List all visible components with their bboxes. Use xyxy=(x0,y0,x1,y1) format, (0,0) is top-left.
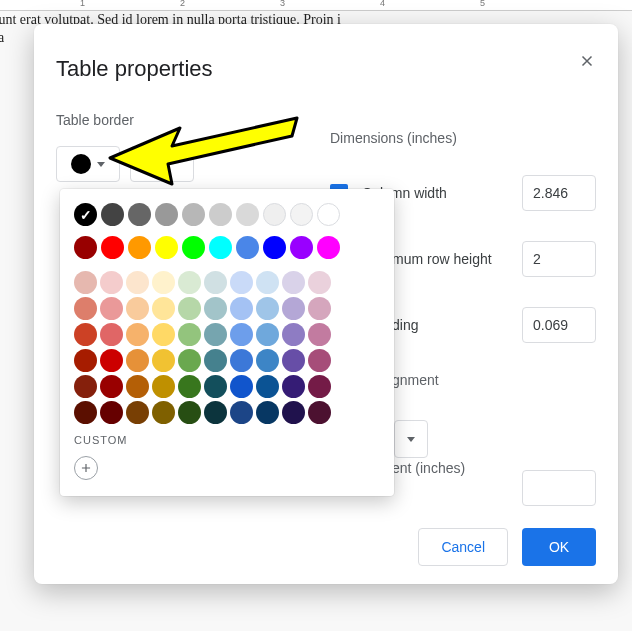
color-swatch[interactable] xyxy=(282,297,305,320)
color-swatch[interactable] xyxy=(128,203,151,226)
color-swatch[interactable] xyxy=(126,349,149,372)
color-swatch[interactable] xyxy=(128,236,151,259)
color-swatch[interactable] xyxy=(282,401,305,424)
color-swatch[interactable] xyxy=(178,349,201,372)
color-swatch[interactable] xyxy=(317,203,340,226)
custom-label: CUSTOM xyxy=(74,434,380,446)
indent-input[interactable] xyxy=(522,470,596,506)
add-custom-color-button[interactable] xyxy=(74,456,98,480)
row-height-input[interactable] xyxy=(522,241,596,277)
color-swatch[interactable] xyxy=(74,271,97,294)
color-swatch[interactable] xyxy=(178,323,201,346)
color-swatch[interactable] xyxy=(230,375,253,398)
color-swatch[interactable] xyxy=(152,349,175,372)
color-swatch[interactable] xyxy=(204,375,227,398)
color-swatch[interactable] xyxy=(178,401,201,424)
color-swatch[interactable] xyxy=(100,349,123,372)
color-swatch[interactable] xyxy=(290,236,313,259)
color-swatch[interactable] xyxy=(256,323,279,346)
color-swatch[interactable] xyxy=(100,401,123,424)
color-swatch[interactable] xyxy=(282,375,305,398)
color-swatch[interactable] xyxy=(126,323,149,346)
color-swatch[interactable] xyxy=(152,401,175,424)
color-swatch[interactable] xyxy=(204,297,227,320)
color-swatch[interactable] xyxy=(178,375,201,398)
color-swatch[interactable] xyxy=(182,236,205,259)
color-swatch[interactable] xyxy=(182,203,205,226)
color-swatch[interactable] xyxy=(308,375,331,398)
color-swatch[interactable] xyxy=(282,323,305,346)
color-swatch[interactable] xyxy=(308,297,331,320)
color-swatch[interactable] xyxy=(74,236,97,259)
color-swatch[interactable] xyxy=(204,271,227,294)
border-width-dropdown[interactable] xyxy=(130,146,194,182)
color-swatch[interactable] xyxy=(256,349,279,372)
color-swatch[interactable] xyxy=(74,203,97,226)
color-swatch[interactable] xyxy=(204,323,227,346)
color-swatch[interactable] xyxy=(282,349,305,372)
current-border-color-swatch xyxy=(71,154,91,174)
color-swatch[interactable] xyxy=(100,271,123,294)
color-swatch[interactable] xyxy=(126,297,149,320)
cancel-button[interactable]: Cancel xyxy=(418,528,508,566)
color-swatch[interactable] xyxy=(101,236,124,259)
color-swatch[interactable] xyxy=(152,271,175,294)
color-swatch[interactable] xyxy=(126,375,149,398)
color-swatch[interactable] xyxy=(74,323,97,346)
color-swatch[interactable] xyxy=(178,297,201,320)
chevron-down-icon xyxy=(407,437,415,442)
cell-padding-input[interactable] xyxy=(522,307,596,343)
color-swatch[interactable] xyxy=(74,375,97,398)
color-swatch[interactable] xyxy=(256,271,279,294)
color-swatch[interactable] xyxy=(155,236,178,259)
border-color-dropdown[interactable] xyxy=(56,146,120,182)
color-swatch[interactable] xyxy=(230,297,253,320)
ok-button[interactable]: OK xyxy=(522,528,596,566)
color-swatch[interactable] xyxy=(256,401,279,424)
color-swatch[interactable] xyxy=(100,323,123,346)
color-palette-popover: CUSTOM xyxy=(60,189,394,496)
color-swatch[interactable] xyxy=(308,323,331,346)
color-swatch[interactable] xyxy=(230,401,253,424)
color-swatch[interactable] xyxy=(155,203,178,226)
color-swatch[interactable] xyxy=(126,271,149,294)
color-swatch[interactable] xyxy=(74,349,97,372)
color-swatch[interactable] xyxy=(236,203,259,226)
color-swatch[interactable] xyxy=(178,271,201,294)
color-swatch[interactable] xyxy=(236,236,259,259)
color-swatch[interactable] xyxy=(263,236,286,259)
color-swatch[interactable] xyxy=(263,203,286,226)
color-swatch[interactable] xyxy=(152,297,175,320)
color-swatch[interactable] xyxy=(230,349,253,372)
color-swatch[interactable] xyxy=(308,349,331,372)
color-swatch[interactable] xyxy=(282,271,305,294)
color-swatch[interactable] xyxy=(230,323,253,346)
color-swatch[interactable] xyxy=(100,375,123,398)
color-swatch[interactable] xyxy=(101,203,124,226)
close-icon xyxy=(578,52,596,70)
color-swatch[interactable] xyxy=(230,271,253,294)
color-swatch[interactable] xyxy=(209,203,232,226)
table-border-label: Table border xyxy=(56,112,296,128)
color-swatch[interactable] xyxy=(204,349,227,372)
vertical-alignment-label: gnment xyxy=(392,372,596,388)
color-swatch[interactable] xyxy=(100,297,123,320)
vertical-alignment-dropdown[interactable] xyxy=(394,420,428,458)
color-swatch[interactable] xyxy=(209,236,232,259)
color-swatch[interactable] xyxy=(152,375,175,398)
cell-padding-label: ding xyxy=(392,317,522,333)
color-swatch[interactable] xyxy=(290,203,313,226)
color-swatch[interactable] xyxy=(308,401,331,424)
color-swatch[interactable] xyxy=(256,375,279,398)
color-swatch[interactable] xyxy=(317,236,340,259)
color-swatch[interactable] xyxy=(126,401,149,424)
color-swatch[interactable] xyxy=(74,401,97,424)
color-swatch[interactable] xyxy=(152,323,175,346)
color-swatch[interactable] xyxy=(256,297,279,320)
color-swatch[interactable] xyxy=(204,401,227,424)
close-button[interactable] xyxy=(574,48,600,74)
color-swatch[interactable] xyxy=(308,271,331,294)
color-swatch[interactable] xyxy=(74,297,97,320)
column-width-input[interactable] xyxy=(522,175,596,211)
palette-row-shades xyxy=(74,349,380,372)
